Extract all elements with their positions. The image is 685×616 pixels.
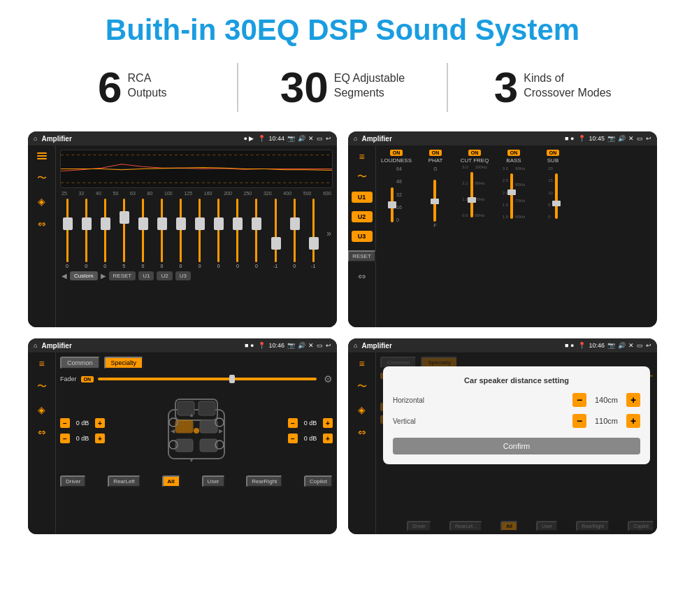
vertical-minus[interactable]: − [572,414,586,428]
expand-icon[interactable]: ⇔ [38,218,46,229]
crossover-tune-icon[interactable]: ≡ [359,151,364,162]
eq-slider-0[interactable]: 0 [62,199,73,268]
right-vol-2-plus[interactable]: + [323,434,333,443]
svg-text:◀: ◀ [171,428,175,434]
horizontal-plus[interactable]: + [626,393,640,407]
left-vol-controls: − 0 dB + − 0 dB + [60,418,105,443]
user-btn[interactable]: User [202,475,225,487]
right-vol-1-plus[interactable]: + [323,418,333,428]
left-vol-2-minus[interactable]: − [60,434,70,443]
wave-icon[interactable]: 〜 [37,172,47,185]
eq-slider-9[interactable]: 0 [232,199,243,268]
phat-on-badge[interactable]: ON [429,150,442,156]
crossover-back-icon[interactable]: ↩ [646,135,651,142]
fader-label: Fader [60,375,77,382]
eq-prev-btn[interactable]: ◀ [62,272,67,280]
eq-slider-12[interactable]: 0 [289,199,300,268]
eq-slider-11[interactable]: -1 [270,199,281,268]
svg-rect-8 [200,420,217,433]
rearright-btn[interactable]: RearRight [246,475,282,487]
distance-copilot-btn[interactable]: Copilot [628,521,654,531]
confirm-btn[interactable]: Confirm [393,438,640,454]
common-tab[interactable]: Common [60,357,100,369]
eq-slider-10[interactable]: 0 [251,199,262,268]
u2-sidebar-btn[interactable]: U2 [352,211,373,222]
crossover-time: 10:45 [589,135,605,142]
eq-reset-btn[interactable]: RESET [109,271,136,280]
tune-icon[interactable] [37,151,47,161]
eq-home-icon[interactable]: ⌂ [34,135,37,142]
eq-slider-6[interactable]: 0 [175,199,187,268]
horizontal-minus[interactable]: − [572,393,586,407]
loudness-on-badge[interactable]: ON [390,150,403,156]
fader-slider[interactable] [98,378,317,380]
eq-slider-3[interactable]: 5 [118,199,129,268]
distance-home-icon[interactable]: ⌂ [354,342,357,349]
distance-vol-icon[interactable]: ◈ [358,404,366,415]
distance-expand-icon[interactable]: ⇔ [358,427,366,438]
speaker-tune-icon[interactable]: ≡ [38,358,44,369]
distance-rearleft-btn[interactable]: RearLef... [449,521,482,531]
right-vol-2-minus[interactable]: − [288,434,298,443]
eq-more-icon[interactable]: » [326,229,331,238]
fader-row: Fader ON ⚙ [60,373,333,385]
distance-user-btn[interactable]: User [536,521,558,531]
settings-icon[interactable]: ⚙ [324,373,333,385]
eq-u2-btn[interactable]: U2 [157,271,172,280]
left-vol-2-plus[interactable]: + [95,434,105,443]
distance-wave-icon[interactable]: 〜 [357,380,367,393]
horizontal-control: − 140cm + [572,393,640,407]
eq-slider-5[interactable]: 0 [156,199,167,268]
distance-all-btn[interactable]: All [500,521,518,531]
speaker-home-icon[interactable]: ⌂ [34,342,37,349]
copilot-btn[interactable]: Copilot [304,475,333,487]
eq-slider-7[interactable]: 0 [194,199,206,268]
all-btn[interactable]: All [162,475,180,487]
eq-slider-13[interactable]: -1 [308,199,319,268]
loudness-label: LOUDNESS [381,157,412,164]
eq-u3-btn[interactable]: U3 [175,271,191,280]
u3-sidebar-btn[interactable]: U3 [352,231,373,242]
u1-sidebar-btn[interactable]: U1 [352,192,373,203]
right-vol-1-minus[interactable]: − [288,418,298,428]
speaker-wave-icon[interactable]: 〜 [37,380,47,393]
driver-btn[interactable]: Driver [60,475,86,487]
eq-slider-4[interactable]: 0 [137,199,148,268]
distance-sidebar: ≡ 〜 ◈ ⇔ [348,352,376,534]
crossover-reset-btn[interactable]: RESET [348,250,376,262]
speaker-icon[interactable]: ◈ [38,196,45,207]
distance-driver-btn[interactable]: Driver [407,521,431,531]
eq-slider-1[interactable]: 0 [80,199,92,268]
crossover-expand-icon[interactable]: ⇔ [358,271,366,282]
crossover-wave-icon[interactable]: 〜 [357,171,367,183]
eq-cam-icon: 📷 [287,135,295,142]
left-vol-1-plus[interactable]: + [95,418,105,428]
crossover-home-icon[interactable]: ⌂ [354,135,357,142]
distance-app-title: Amplifier [361,342,561,350]
eq-next-btn[interactable]: ▶ [101,272,106,280]
eq-slider-8[interactable]: 0 [213,199,224,268]
speaker-vol-icon[interactable]: ◈ [38,404,45,415]
bass-on-badge[interactable]: ON [507,150,521,156]
speaker-back-icon[interactable]: ↩ [326,342,331,349]
rearleft-btn[interactable]: RearLeft [108,475,140,487]
distance-tune-icon[interactable]: ≡ [359,358,364,369]
sub-on-badge[interactable]: ON [547,150,560,156]
vertical-plus[interactable]: + [626,414,640,428]
eq-back-icon[interactable]: ↩ [326,135,331,142]
distance-back-icon[interactable]: ↩ [646,342,651,349]
distance-dots: ■ ● [565,342,574,349]
eq-custom-btn[interactable]: Custom [70,271,98,280]
fader-on-badge[interactable]: ON [81,376,94,382]
specialty-tab[interactable]: Specialty [104,357,144,369]
stat-rca: 6 RCAOutputs [42,66,223,109]
left-vol-1-minus[interactable]: − [60,418,70,428]
cutfreq-on-badge[interactable]: ON [468,150,482,156]
eq-slider-2[interactable]: 0 [99,199,110,268]
speaker-expand-icon[interactable]: ⇔ [38,427,46,438]
eq-u1-btn[interactable]: U1 [138,271,154,280]
eq-sidebar: 〜 ◈ ⇔ [28,145,56,327]
distance-rearright-btn[interactable]: RearRight [576,521,610,531]
svg-rect-10 [200,439,217,452]
crossover-dots: ■ ● [565,135,574,142]
